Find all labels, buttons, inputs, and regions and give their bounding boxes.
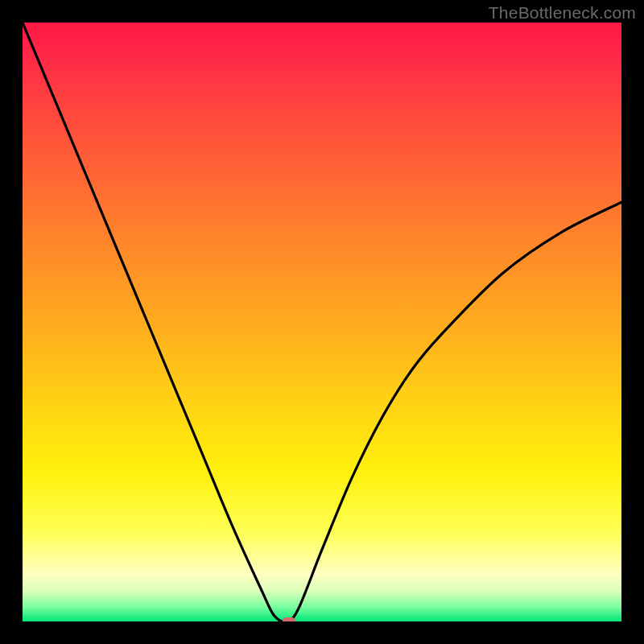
watermark-text: TheBottleneck.com — [489, 3, 636, 23]
plot-area — [23, 23, 621, 621]
optimum-marker — [283, 617, 295, 622]
chart-frame: TheBottleneck.com — [0, 0, 644, 644]
bottleneck-curve — [23, 23, 621, 621]
